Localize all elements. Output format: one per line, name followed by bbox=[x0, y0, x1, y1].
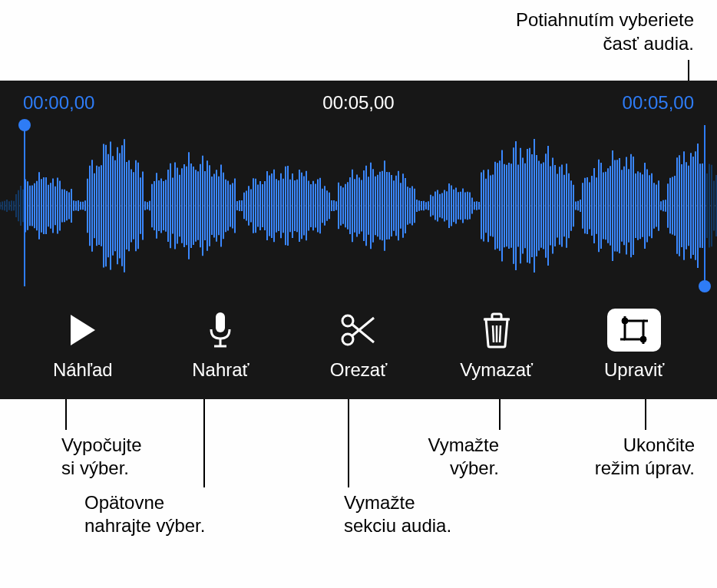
callout-edit: Ukončite režim úprav. bbox=[526, 434, 695, 480]
callout-preview: Vypočujte si výber. bbox=[61, 434, 142, 480]
audio-editor-panel: 00:00,00 00:05,00 00:05,00 Náhľad bbox=[0, 81, 717, 399]
selection-start-handle[interactable] bbox=[18, 119, 31, 131]
crop-icon bbox=[607, 309, 661, 352]
editor-toolbar: Náhľad Nahrať Or bbox=[0, 295, 717, 395]
callout-trim: Vymažte sekciu audia. bbox=[344, 491, 451, 537]
play-icon bbox=[56, 309, 110, 352]
bottom-callouts-area: Vypočujte si výber. Opätovne nahrajte vý… bbox=[0, 399, 717, 588]
selection-end-handle[interactable] bbox=[699, 280, 711, 292]
delete-label: Vymazať bbox=[460, 359, 533, 381]
scissors-icon bbox=[332, 309, 385, 352]
callout-drag-select: Potiahnutím vyberiete časť audia. bbox=[516, 8, 694, 55]
callout-delete: Vymažte výber. bbox=[384, 434, 499, 480]
delete-button[interactable]: Vymazať bbox=[439, 309, 554, 381]
record-button[interactable]: Nahrať bbox=[163, 309, 278, 381]
timecode-bar: 00:00,00 00:05,00 00:05,00 bbox=[0, 81, 717, 119]
waveform-canvas[interactable] bbox=[0, 125, 717, 286]
timecode-start: 00:00,00 bbox=[23, 92, 94, 114]
leader-line bbox=[348, 399, 349, 487]
edit-button[interactable]: Upraviť bbox=[577, 309, 692, 381]
trash-icon bbox=[470, 309, 524, 352]
trim-label: Orezať bbox=[330, 359, 387, 381]
leader-line bbox=[645, 399, 646, 430]
edit-label: Upraviť bbox=[604, 359, 664, 381]
leader-line bbox=[65, 399, 67, 430]
waveform-area[interactable] bbox=[0, 125, 717, 286]
microphone-icon bbox=[193, 309, 247, 352]
callout-record: Opätovne nahrajte výber. bbox=[84, 491, 205, 537]
leader-line bbox=[499, 399, 501, 430]
timecode-playhead: 00:05,00 bbox=[322, 92, 394, 114]
selection-start-line[interactable] bbox=[24, 125, 25, 286]
callout-line: časť audia. bbox=[603, 33, 694, 54]
svg-rect-0 bbox=[216, 312, 225, 332]
leader-line bbox=[203, 399, 205, 487]
callout-line: Potiahnutím vyberiete bbox=[516, 9, 694, 30]
preview-label: Náhľad bbox=[53, 359, 113, 381]
preview-button[interactable]: Náhľad bbox=[25, 309, 140, 381]
selection-end-line[interactable] bbox=[704, 125, 705, 286]
svg-rect-11 bbox=[625, 321, 643, 339]
svg-line-10 bbox=[500, 325, 501, 342]
timecode-end: 00:05,00 bbox=[623, 92, 694, 114]
trim-button[interactable]: Orezať bbox=[301, 309, 416, 381]
record-label: Nahrať bbox=[192, 359, 249, 381]
svg-line-8 bbox=[493, 325, 494, 342]
